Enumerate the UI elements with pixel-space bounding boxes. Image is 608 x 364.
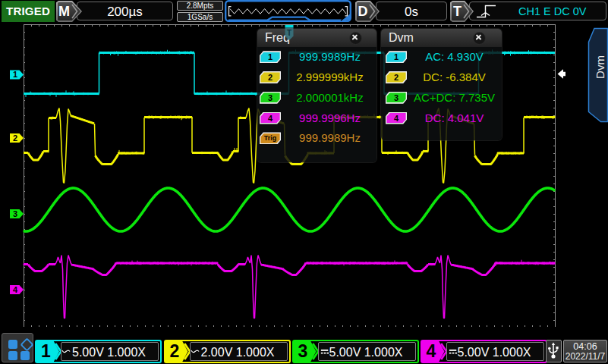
svg-text:T: T bbox=[287, 29, 291, 37]
